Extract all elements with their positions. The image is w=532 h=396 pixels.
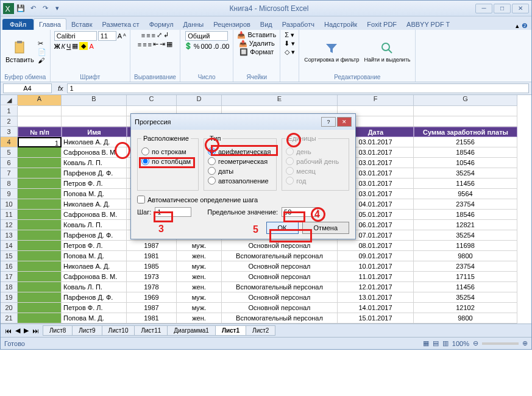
italic-button[interactable]: К <box>62 43 65 50</box>
row-header[interactable]: 13 <box>1 230 18 241</box>
cell[interactable]: 9564 <box>414 189 517 199</box>
delete-cells[interactable]: 📤 Удалить <box>239 40 275 48</box>
cell[interactable]: 35254 <box>414 168 517 179</box>
cell[interactable]: 13.01.2017 <box>338 292 414 303</box>
row-header[interactable]: 10 <box>1 199 18 210</box>
minimize-button[interactable]: ─ <box>475 4 492 13</box>
cell[interactable]: 23754 <box>414 199 517 210</box>
col-header-E[interactable]: E <box>222 95 338 106</box>
tab-pagelayout[interactable]: Разметка ст <box>98 19 144 30</box>
tab-home[interactable]: Главна <box>34 18 66 30</box>
cell[interactable]: 1969 <box>127 292 177 303</box>
cell[interactable]: Сафронова В. М. <box>62 210 127 220</box>
cell[interactable]: Вспомогательный персонал <box>222 251 338 261</box>
cell[interactable]: 1981 <box>127 313 177 324</box>
cell[interactable] <box>18 230 62 241</box>
merge-icon[interactable]: ▦ <box>166 40 172 48</box>
cell[interactable]: 10546 <box>414 158 517 168</box>
cell[interactable]: Сафронова В. М. <box>62 272 127 282</box>
cell[interactable]: жен. <box>177 313 222 324</box>
formula-bar[interactable]: 1 <box>67 83 529 93</box>
cell[interactable]: Петров Ф. Л. <box>62 241 127 251</box>
row-header[interactable]: 3 <box>1 127 18 137</box>
tab-addins[interactable]: Надстройк <box>319 19 362 30</box>
dialog-help-button[interactable]: ? <box>321 117 336 127</box>
file-tab[interactable]: Файл <box>2 19 34 30</box>
cell[interactable]: Попова М. Д. <box>62 189 127 199</box>
font-name[interactable]: Calibri <box>54 31 97 41</box>
cell[interactable]: 9800 <box>414 251 517 261</box>
cell[interactable]: 1 <box>18 137 62 147</box>
col-header-C[interactable]: C <box>127 95 177 106</box>
sheet-tab[interactable]: Лист11 <box>134 325 168 336</box>
cell[interactable]: 08.01.2017 <box>338 241 414 251</box>
row-header[interactable]: 12 <box>1 220 18 230</box>
sheet-nav-prev-icon[interactable]: ◀ <box>13 327 22 334</box>
align-mid-icon[interactable]: ≡ <box>146 32 150 39</box>
cell[interactable]: 12102 <box>414 303 517 313</box>
cell[interactable]: Основной персонал <box>222 241 338 251</box>
help-icon[interactable]: ❷ <box>522 22 528 30</box>
insert-cells[interactable]: 📥 Вставить <box>237 31 276 39</box>
cell[interactable]: 1973 <box>127 272 177 282</box>
cell[interactable]: Николаев А. Д. <box>62 199 127 210</box>
row-header[interactable]: 20 <box>1 303 18 313</box>
cell[interactable]: муж. <box>177 292 222 303</box>
step-input[interactable] <box>155 207 191 217</box>
cancel-button[interactable]: Отмена <box>302 222 349 234</box>
cell[interactable]: Петров Ф. Л. <box>62 303 127 313</box>
cell[interactable] <box>18 292 62 303</box>
sheet-nav-next-icon[interactable]: ▶ <box>22 327 30 334</box>
limit-input[interactable] <box>282 207 318 217</box>
cell[interactable]: 35254 <box>414 230 517 241</box>
indent-inc-icon[interactable]: ⇥ <box>160 40 165 48</box>
excel-icon[interactable]: X <box>3 3 14 14</box>
zoom-in-icon[interactable]: ⊕ <box>522 339 528 347</box>
col-header-B[interactable]: B <box>62 95 127 106</box>
name-box[interactable]: A4 <box>3 83 52 93</box>
cell[interactable]: Попова М. Д. <box>62 313 127 324</box>
border-icon[interactable]: ▦ <box>72 42 78 50</box>
dialog-close-button[interactable]: ✕ <box>337 117 352 127</box>
zoom-level[interactable]: 100% <box>452 340 469 347</box>
cell[interactable] <box>18 251 62 261</box>
cell[interactable]: Парфенов Д. Ф. <box>62 292 127 303</box>
row-header[interactable]: 18 <box>1 282 18 292</box>
cell[interactable]: Николаев А. Д. <box>62 137 127 147</box>
tab-view[interactable]: Вид <box>255 19 277 30</box>
radio-arithmetic[interactable]: арифметическая <box>208 147 272 155</box>
cell[interactable] <box>18 313 62 324</box>
row-header[interactable]: 7 <box>1 168 18 179</box>
sheet-tab[interactable]: Лист1 <box>215 325 246 336</box>
cell[interactable]: 12.01.2017 <box>338 282 414 292</box>
cell[interactable]: Основной персонал <box>222 303 338 313</box>
cell[interactable]: Николаев А. Д. <box>62 261 127 272</box>
col-header-G[interactable]: G <box>414 95 517 106</box>
row-header[interactable]: 16 <box>1 261 18 272</box>
cell[interactable] <box>18 272 62 282</box>
cell[interactable]: 1987 <box>127 303 177 313</box>
number-format[interactable]: Общий <box>185 31 228 41</box>
cell[interactable]: 14.01.2017 <box>338 303 414 313</box>
cell[interactable]: муж. <box>177 303 222 313</box>
zoom-out-icon[interactable]: ⊖ <box>473 339 478 347</box>
clear-icon[interactable]: ◇ ▾ <box>285 48 295 56</box>
row-header[interactable]: 1 <box>1 106 18 116</box>
cell[interactable]: Основной персонал <box>222 272 338 282</box>
currency-icon[interactable]: 💲 <box>184 42 193 50</box>
cell[interactable]: муж. <box>177 241 222 251</box>
tab-abbyy[interactable]: ABBYY PDF T <box>402 19 455 30</box>
grow-font-icon[interactable]: A <box>118 32 122 40</box>
decimal-inc-icon[interactable]: .0 <box>213 43 219 50</box>
col-header-D[interactable]: D <box>177 95 222 106</box>
cell[interactable] <box>18 147 62 158</box>
sheet-tab[interactable]: Диаграмма1 <box>167 325 216 336</box>
cell[interactable]: 11456 <box>414 179 517 189</box>
align-top-icon[interactable]: ≡ <box>141 32 145 39</box>
copy-icon[interactable]: 📄 <box>38 48 46 56</box>
save-icon[interactable]: 💾 <box>15 3 26 14</box>
cell[interactable]: 9800 <box>414 313 517 324</box>
row-header[interactable]: 21 <box>1 313 18 324</box>
cell[interactable]: 1978 <box>127 282 177 292</box>
undo-icon[interactable]: ↶ <box>27 3 38 14</box>
